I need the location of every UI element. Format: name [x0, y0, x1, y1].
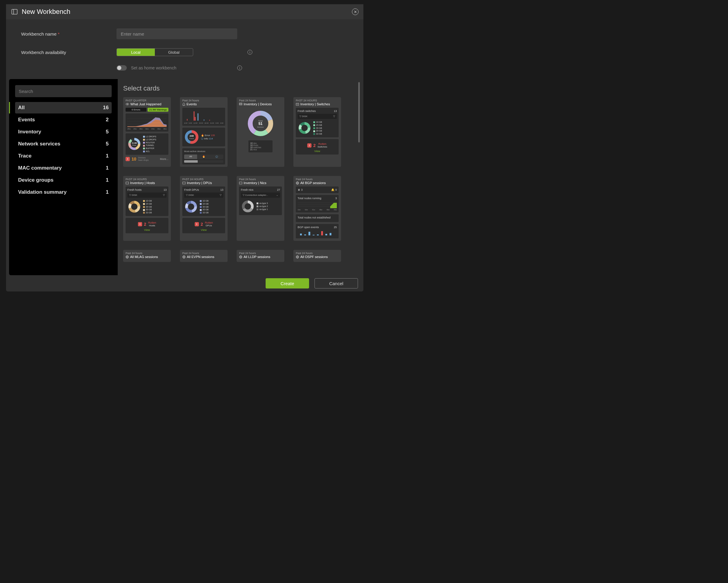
disk-select[interactable]: ▽ DISK▽ [127, 192, 166, 197]
switches-donut-chart [297, 121, 311, 135]
info-circle-icon: ⓘ [201, 137, 203, 140]
home-workbench-switch[interactable] [116, 65, 127, 71]
wjh-donut-chart: 21.9M Drops [127, 137, 141, 151]
category-trace[interactable]: Trace1 [15, 150, 112, 162]
scrollbar-thumb[interactable] [358, 82, 360, 142]
fire-icon: 🔥 [202, 155, 205, 158]
availability-local[interactable]: Local [117, 49, 155, 56]
events-donut-panel: 249 Events 🔥 Error 135 ⓘ Info 114 [182, 128, 225, 147]
info-icon[interactable]: i [237, 65, 242, 70]
create-button[interactable]: Create [266, 278, 309, 289]
category-all[interactable]: All16 [15, 102, 112, 113]
svg-rect-18 [198, 113, 199, 121]
search-input[interactable] [15, 85, 112, 97]
select-cards-title: Select cards [123, 84, 357, 92]
nics-donut-chart [241, 200, 255, 213]
svg-text:51: 51 [258, 122, 263, 126]
info-icon[interactable]: i [248, 50, 252, 55]
card-title: Inventory | Switches [300, 102, 330, 106]
svg-rect-72 [313, 235, 314, 235]
svg-text:Events: Events [189, 138, 194, 139]
more-button[interactable]: More... [160, 158, 168, 161]
seg-all[interactable]: All [184, 155, 197, 159]
alert-icon: ! [195, 222, 199, 226]
card-title: All BGP sessions [300, 181, 326, 185]
label-workbench-name: Workbench name * [21, 31, 116, 36]
card-all-lldp-sessions[interactable]: Past 24 hours All LLDP sessions [237, 250, 284, 262]
required-indicator: * [58, 31, 59, 36]
card-inventory-nics[interactable]: Past 24 hours Inventory | Nics Fresh nic… [237, 176, 284, 241]
card-all-evpn-sessions[interactable]: Past 24 hours All EVPN sessions [180, 250, 228, 262]
card-title: Inventory | Nics [243, 181, 266, 185]
category-inventory[interactable]: Inventory5 [15, 126, 112, 138]
home-workbench-label: Set as home workbench [131, 65, 176, 70]
disk-select[interactable]: ▽ DISK▽ [184, 192, 223, 197]
warnings-pill: 21.9M Warnings [148, 108, 168, 112]
new-workbench-dialog: New Workbench ✕ Workbench name * Workben… [6, 4, 363, 292]
card-title: All EVPN sessions [187, 255, 214, 259]
svg-rect-20 [204, 120, 204, 121]
alert-icon: ! [138, 222, 142, 226]
wjh-legend: L1 DROPS L2 DROPS ROUTER TUNNEL BUFFER A… [143, 135, 156, 153]
availability-toggle: Local Global [116, 48, 193, 56]
adapter-select[interactable]: ▽ Connection adapter...⌄ [241, 192, 280, 197]
row-home-switch: Set as home workbench i [21, 65, 348, 71]
chevron-down-icon: ▽ [220, 194, 222, 196]
svg-text:Drops: Drops [132, 144, 136, 146]
disk-select[interactable]: ▽ DISK▽ [297, 114, 337, 119]
card-inventory-hosts[interactable]: PAST 24 HOURS Inventory | Hosts Fresh ho… [123, 176, 171, 241]
card-inventory-switches[interactable]: PAST 24 HOURS Inventory | Switches Fresh… [293, 97, 341, 167]
cancel-button[interactable]: Cancel [314, 278, 358, 289]
wjh-area-chart: 28w28w30w32w34w36w38w [126, 113, 168, 132]
category-device-groups[interactable]: Device groups1 [15, 175, 112, 186]
card-events[interactable]: Past 24 hours Events [180, 97, 228, 167]
dialog-title: New Workbench [22, 8, 70, 16]
card-title: Events [186, 102, 197, 106]
card-all-bgp-sessions[interactable]: Past 24 hours All BGP sessions 🖥 3 🔔 0 T… [293, 176, 341, 241]
row-workbench-name: Workbench name * [21, 28, 348, 39]
svg-rect-0 [12, 9, 17, 14]
globe-icon [182, 255, 186, 259]
card-what-just-happened[interactable]: PAST QUARTER What Just Happened 0 Errors… [123, 97, 171, 167]
events-spike-chart: 6:009:0012:0015:0018:0021:000:003:00 [182, 108, 225, 126]
dialog-header: New Workbench ✕ [6, 4, 363, 19]
category-validation-summary[interactable]: Validation summary1 [15, 186, 112, 198]
svg-rect-74 [321, 231, 323, 235]
eye-icon [126, 103, 129, 106]
chevron-down-icon: ⌄ [276, 194, 278, 196]
card-inventory-devices[interactable]: Past 24 hours Inventory | Devices [237, 97, 284, 167]
view-link[interactable]: View [297, 150, 337, 153]
svg-rect-16 [194, 111, 195, 121]
svg-rect-58 [239, 182, 242, 184]
workbench-name-input[interactable] [116, 28, 237, 39]
view-link[interactable]: View [184, 229, 223, 232]
svg-rect-51 [183, 182, 185, 184]
category-sidebar: All16 Events2 Inventory5 Network service… [9, 79, 118, 275]
svg-rect-44 [126, 182, 129, 184]
card-title: Inventory | Devices [243, 102, 271, 106]
svg-rect-75 [326, 234, 327, 235]
cards-panel: Select cards PAST QUARTER What Just Happ… [118, 79, 360, 275]
view-link[interactable]: View [127, 229, 166, 232]
card-title: All MLAG sessions [130, 255, 158, 259]
card-inventory-dpus[interactable]: PAST 24 HOURS Inventory | DPUs Fresh DPU… [180, 176, 228, 241]
nic-icon [239, 182, 242, 184]
category-events[interactable]: Events2 [15, 114, 112, 126]
chevron-down-icon: ▽ [163, 194, 165, 196]
category-network-services[interactable]: Network services5 [15, 138, 112, 150]
host-icon [126, 182, 129, 184]
panel-toggle-icon[interactable] [11, 9, 18, 15]
svg-text:21.9M: 21.9M [132, 142, 137, 144]
dialog-body: All16 Events2 Inventory5 Network service… [6, 79, 363, 275]
info-circle-icon: ⓘ [215, 155, 218, 158]
svg-point-3 [127, 104, 128, 105]
close-button[interactable]: ✕ [352, 8, 359, 15]
card-all-mlag-sessions[interactable]: Past 24 hours All MLAG sessions [123, 250, 171, 262]
seg-info[interactable]: ⓘ [210, 155, 223, 159]
category-mac-commentary[interactable]: MAC commentary1 [15, 162, 112, 174]
availability-global[interactable]: Global [155, 49, 193, 56]
server-icon [239, 103, 242, 106]
card-all-ospf-sessions[interactable]: Past 24 hours All OSPF sessions [293, 250, 341, 262]
bgp-nodes-chart [297, 201, 337, 208]
seg-fire[interactable]: 🔥 [197, 155, 210, 159]
